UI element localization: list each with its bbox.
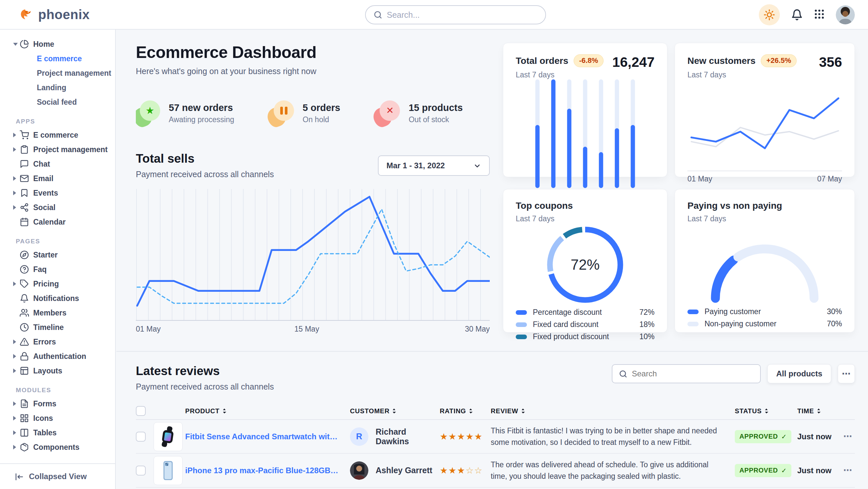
sidebar-item-label: Home (33, 40, 54, 49)
column-header-status[interactable]: STATUS (735, 407, 797, 415)
reviews-search[interactable] (612, 364, 761, 383)
sidebar-subitem-social-feed[interactable]: Social feed (0, 95, 115, 109)
star-empty-icon: ☆ (474, 466, 483, 476)
legend-swatch (687, 322, 699, 326)
sidebar-item-faq[interactable]: Faq (0, 262, 115, 277)
x-stat-icon: ✕ (376, 100, 400, 126)
column-header-customer[interactable]: CUSTOMER (350, 407, 440, 415)
product-thumbnail[interactable] (154, 422, 183, 451)
product-link[interactable]: Fitbit Sense Advanced Smartwatch with To… (185, 432, 350, 441)
new-customers-chart (687, 79, 842, 170)
total-sells-x-axis: 01 May 15 May 30 May (136, 325, 490, 337)
sidebar-item-forms[interactable]: Forms (0, 397, 115, 411)
reviews-more-button[interactable]: ⋯ (838, 364, 855, 383)
sidebar-subitem-landing[interactable]: Landing (0, 80, 115, 95)
sidebar-item-label: Members (33, 309, 66, 317)
star-filled-icon: ★ (448, 466, 457, 476)
date-range-select[interactable]: Mar 1 - 31, 2022 (378, 155, 490, 176)
collapse-sidebar-button[interactable]: Collapsed View (0, 463, 115, 489)
column-header-time[interactable]: TIME (797, 407, 843, 415)
global-search-input[interactable] (387, 10, 537, 20)
sidebar-item-errors[interactable]: Errors (0, 335, 115, 349)
column-header-review[interactable]: REVIEW (491, 407, 735, 415)
caret-right-icon (13, 282, 20, 286)
calendar-icon (20, 217, 29, 227)
sidebar-item-project-management[interactable]: Project management (0, 142, 115, 157)
sidebar-section-label: MODULES (0, 386, 115, 394)
reviews-search-input[interactable] (632, 369, 753, 378)
sidebar-item-tables[interactable]: Tables (0, 426, 115, 440)
customer-avatar[interactable]: R (350, 427, 368, 446)
sidebar-item-social[interactable]: Social (0, 200, 115, 215)
tag-icon (20, 279, 29, 288)
column-header-rating[interactable]: RATING (440, 407, 491, 415)
card-period: Last 7 days (687, 70, 797, 79)
card-period: Last 7 days (516, 214, 573, 223)
sidebar-item-layouts[interactable]: Layouts (0, 364, 115, 378)
sidebar-item-authentication[interactable]: Authentication (0, 349, 115, 364)
theme-toggle-button[interactable] (759, 4, 780, 25)
sidebar-item-label: Social (33, 203, 56, 212)
sidebar-subitem-e-commerce[interactable]: E commerce (0, 51, 115, 66)
apps-menu-button[interactable] (814, 9, 825, 21)
sidebar-item-email[interactable]: Email (0, 171, 115, 186)
notifications-button[interactable] (791, 9, 803, 21)
caret-right-icon (13, 133, 20, 137)
legend-swatch (516, 335, 527, 339)
row-more-button[interactable]: ⋯ (843, 431, 855, 441)
sidebar-item-label: Starter (33, 251, 58, 259)
user-avatar[interactable] (836, 5, 855, 24)
avatar-image (836, 5, 855, 24)
sidebar-item-pricing[interactable]: Pricing (0, 277, 115, 291)
bell-icon (20, 294, 29, 303)
x-label: 01 May (136, 325, 160, 334)
page-title: Ecommerce Dashboard (136, 43, 490, 62)
hero-stat-danger: ✕15 productsOut of stock (376, 100, 462, 126)
top-coupons-donut: 72% (516, 223, 654, 306)
sidebar-section-label: APPS (0, 118, 115, 125)
customer-name: Richard Dawkins (376, 427, 440, 446)
global-search[interactable] (365, 5, 546, 24)
stat-value: 15 products (408, 103, 462, 113)
sidebar-subitem-project-management[interactable]: Project management (0, 66, 115, 80)
sidebar-item-icons[interactable]: Icons (0, 411, 115, 426)
sidebar-item-label: Chat (33, 160, 50, 169)
star-stat-icon: ★ (136, 100, 160, 126)
lock-icon (20, 352, 29, 361)
product-link[interactable]: iPhone 13 pro max-Pacific Blue-128GB sto… (185, 466, 350, 475)
sun-icon (764, 9, 775, 21)
row-more-button[interactable]: ⋯ (843, 465, 855, 476)
select-all-checkbox[interactable] (136, 406, 146, 416)
sidebar-item-timeline[interactable]: Timeline (0, 320, 115, 335)
new-customers-value: 356 (819, 54, 842, 70)
brand-name: phoenix (38, 7, 90, 22)
sidebar-item-chat[interactable]: Chat (0, 157, 115, 171)
sidebar-item-label: Project management (33, 145, 107, 154)
rating-stars: ★★★★★ (440, 431, 491, 442)
customer-name: Ashley Garrett (376, 466, 432, 475)
sidebar-item-components[interactable]: Components (0, 440, 115, 454)
table-row (136, 488, 855, 489)
all-products-button[interactable]: All products (767, 364, 831, 383)
sidebar-item-events[interactable]: Events (0, 186, 115, 200)
total-orders-value: 16,247 (613, 54, 654, 70)
new-customers-x-axis: 01 May 07 May (687, 175, 842, 183)
sort-icon (222, 408, 226, 414)
x-label: 15 May (294, 325, 319, 334)
sidebar-item-members[interactable]: Members (0, 306, 115, 320)
column-header-product[interactable]: PRODUCT (185, 407, 350, 415)
brand-logo[interactable]: phoenix (0, 7, 90, 22)
sidebar-item-calendar[interactable]: Calendar (0, 215, 115, 229)
x-axis-line (687, 171, 842, 171)
sidebar-item-home[interactable]: Home (0, 37, 115, 51)
sidebar-item-e-commerce[interactable]: E commerce (0, 128, 115, 142)
product-thumbnail[interactable] (154, 456, 183, 485)
hero-stat-success: ★57 new ordersAwating processing (136, 100, 234, 126)
row-checkbox[interactable] (136, 466, 146, 476)
customer-avatar[interactable] (350, 461, 368, 480)
legend-row: Paying customer30% (687, 306, 842, 318)
sidebar-item-starter[interactable]: Starter (0, 248, 115, 262)
row-checkbox[interactable] (136, 432, 146, 441)
avatar-image (350, 461, 368, 480)
sidebar-item-notifications[interactable]: Notifications (0, 291, 115, 306)
